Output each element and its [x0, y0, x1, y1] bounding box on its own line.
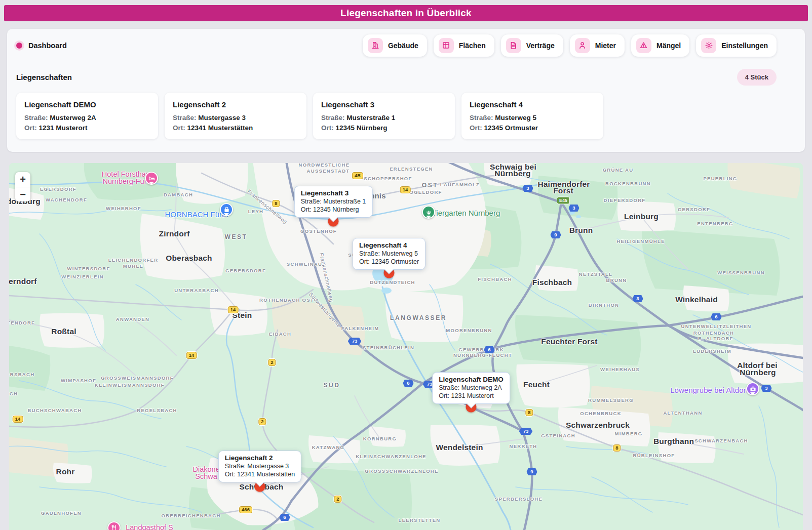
nav-button[interactable]: Mieter	[570, 34, 625, 57]
map-label: B. ALTDORF	[698, 336, 733, 341]
map-label: LAUFAMHOLZ	[440, 182, 480, 187]
ort-value: 1231 Musterort	[39, 124, 88, 132]
map-label: Feuchter Forst	[541, 338, 597, 346]
property-card[interactable]: Liegenschaft DEMO Straße: Musterweg 2A O…	[16, 93, 158, 139]
dashboard-dot-icon	[16, 43, 22, 49]
map-poi[interactable]	[220, 203, 233, 216]
map-label: NETZSTALL	[579, 271, 612, 277]
map-poi[interactable]	[422, 206, 435, 219]
map-label: BRUNN	[606, 277, 627, 283]
road-shield: 9	[526, 468, 537, 475]
property-card-street: Straße: Musterstraße 1	[321, 114, 447, 121]
map-popup[interactable]: Liegenschaft DEMO Straße: Musterweg 2A O…	[432, 372, 510, 404]
person-icon	[575, 38, 590, 53]
map-popup[interactable]: Liegenschaft 4 Straße: Musterweg 5 Ort: …	[353, 238, 426, 270]
map-label: SCHWARZENBACH	[694, 438, 748, 443]
property-cards: Liegenschaft DEMO Straße: Musterweg 2A O…	[7, 92, 805, 139]
road-shield: 14	[400, 186, 411, 193]
section-title: Liegenschaften	[16, 73, 72, 81]
map-label: WEINZIERLEIN	[61, 274, 104, 279]
map-label: DUTZENDTEICH	[370, 279, 415, 285]
map-label: Forst	[553, 187, 573, 195]
map-label: WEIHERHAUS	[600, 366, 640, 372]
map-poi[interactable]	[145, 172, 158, 185]
map-label: EIBACH	[269, 331, 291, 337]
map-label: RUMMELSBERG	[588, 397, 634, 403]
nav-button[interactable]: Flächen	[434, 34, 494, 57]
map-label: FALKENHEIM	[341, 325, 379, 331]
grid-icon	[439, 38, 454, 53]
map-label: DIEPERSDORF	[604, 197, 646, 203]
nav-button-label: Mieter	[595, 42, 616, 50]
map-label: BUCHSCHWABACH	[27, 407, 82, 413]
dashboard-indicator: Dashboard	[16, 42, 67, 50]
page-title: Liegenschaften in Überblick	[340, 8, 472, 19]
map-label: GSTEINACH	[541, 433, 575, 438]
map-poi[interactable]	[746, 382, 759, 395]
map-label: HORNBACH Fürth	[165, 210, 228, 219]
zoom-out-button[interactable]: −	[15, 187, 30, 201]
zoom-in-button[interactable]: +	[15, 172, 30, 187]
map-label: herndorf	[9, 277, 37, 286]
map-label: Löwengrube bei Altdorf	[670, 386, 748, 394]
road-shield: 9	[550, 231, 561, 238]
map-label: Feucht	[523, 381, 550, 389]
map-label: Nürnberg	[494, 170, 530, 178]
map-label: OST	[422, 182, 438, 189]
road-shield: 6	[403, 380, 413, 387]
property-card-street: Straße: Musterweg 2A	[24, 114, 150, 121]
road-shield: 2	[258, 418, 266, 425]
property-card-title: Liegenschaft 3	[321, 100, 447, 109]
ort-value: 12345 Ortmuster	[484, 124, 538, 132]
map-label: GEWERBEPARK	[458, 347, 504, 352]
dashboard-label: Dashboard	[28, 42, 67, 50]
road-shield: 14	[13, 416, 23, 423]
ort-label: Ort:	[321, 124, 334, 132]
map-label: WEIHERHOF	[106, 206, 141, 211]
map-label: Tiergarten Nürnberg	[432, 209, 500, 217]
map-label: WACHENDORF	[46, 197, 87, 202]
ort-value: 12345 Nürnberg	[336, 124, 388, 132]
property-card-title: Liegenschaft DEMO	[24, 100, 150, 109]
top-panel: Dashboard Gebäude Flächen Verträge	[7, 29, 805, 152]
nav-button[interactable]: Mängel	[631, 34, 689, 57]
strasse-label: Straße:	[321, 114, 345, 121]
map-label: PEUERLING	[703, 176, 737, 181]
map-label: GOSTENHOF	[300, 228, 337, 234]
map-label: BIRNTHON	[589, 302, 620, 308]
popup-title: Liegenschaft 3	[301, 189, 366, 197]
property-card[interactable]: Liegenschaft 3 Straße: Musterstraße 1 Or…	[313, 93, 455, 139]
road-shield: 466	[239, 506, 252, 513]
road-shield: 3	[632, 295, 643, 302]
warning-icon	[636, 38, 651, 53]
nav-button[interactable]: Verträge	[501, 34, 563, 57]
property-card[interactable]: Liegenschaft 4 Straße: Musterweg 5 Ort: …	[461, 93, 603, 139]
nav-button[interactable]: Gebäude	[363, 34, 427, 57]
map-label: SÜD	[323, 382, 340, 389]
property-card-street: Straße: Mustergasse 3	[173, 114, 298, 121]
map-poi[interactable]	[107, 521, 121, 530]
map-popup[interactable]: Liegenschaft 3 Straße: Musterstraße 1 Or…	[294, 186, 373, 218]
road-shield: 6	[711, 313, 721, 320]
strasse-value: Mustergasse 3	[198, 114, 246, 121]
map-label: KATZWANG	[312, 444, 345, 450]
map-label: Oberasbach	[166, 254, 212, 262]
road-shield: 2	[334, 496, 341, 503]
map[interactable]: NORDWESTLICHEAUSSENSTADTSCHOPPERSHOFERLE…	[9, 163, 803, 530]
property-card[interactable]: Liegenschaft 2 Straße: Mustergasse 3 Ort…	[165, 93, 306, 139]
section-header: Liegenschaften 4 Stück	[7, 62, 805, 92]
nav-button[interactable]: Einstellungen	[696, 34, 777, 57]
ort-label: Ort:	[24, 124, 37, 132]
road-shield: 8	[525, 409, 533, 416]
strasse-value: Musterweg 5	[495, 114, 536, 121]
map-label: GROSSSCHWARZENLOHE	[365, 468, 438, 474]
gear-icon	[701, 38, 716, 53]
ort-value: 12341 Musterstätten	[187, 124, 253, 132]
popup-line-ort: Ort: 12345 Ortmuster	[359, 258, 419, 266]
map-label: SCHWEINAU	[287, 261, 322, 267]
map-popup[interactable]: Liegenschaft 2 Straße: Mustergasse 3 Ort…	[218, 451, 301, 482]
map-label: Winkelhaid	[675, 296, 718, 304]
road-shield: 6	[279, 514, 290, 521]
property-card-city: Ort: 1231 Musterort	[24, 124, 150, 132]
strasse-value: Musterstraße 1	[346, 114, 395, 121]
